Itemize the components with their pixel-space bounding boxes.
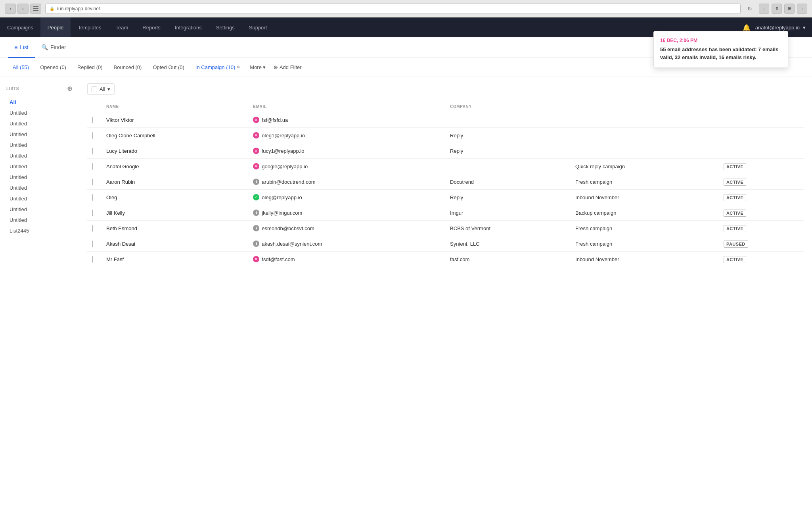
add-filter-plus-icon: ⊕ bbox=[274, 64, 278, 70]
row-email-8: ℹ akash.desai@synient.com bbox=[248, 236, 445, 252]
row-name-1[interactable]: Oleg Clone Campbell bbox=[102, 128, 248, 143]
email-status-icon-3: ✕ bbox=[253, 163, 259, 169]
row-name-2[interactable]: Lucy Literado bbox=[102, 143, 248, 159]
lock-icon: 🔒 bbox=[50, 6, 54, 11]
sidebar-item-5[interactable]: Untitled bbox=[6, 151, 73, 161]
sidebar-item-8[interactable]: Untitled bbox=[6, 183, 73, 193]
forward-button[interactable]: › bbox=[17, 4, 29, 14]
status-badge: ACTIVE bbox=[724, 179, 746, 186]
filter-tab-all[interactable]: All (55) bbox=[8, 63, 34, 72]
table-row: Anatol Google ✕ google@replyapp.io Quick… bbox=[87, 159, 804, 174]
th-email: EMAIL bbox=[248, 101, 445, 112]
row-checkbox-cell bbox=[87, 205, 102, 221]
row-campaign-5: Inbound November bbox=[571, 190, 719, 205]
new-tab-icon[interactable]: ⊞ bbox=[784, 4, 795, 14]
sidebar-item-7[interactable]: Untitled bbox=[6, 172, 73, 182]
table-row: Oleg ✓ oleg@replyapp.io Reply Inbound No… bbox=[87, 190, 804, 205]
row-checkbox-9[interactable] bbox=[92, 256, 93, 263]
sidebar-section-header: LISTS ⊕ bbox=[6, 85, 73, 92]
row-checkbox-2[interactable] bbox=[92, 148, 93, 154]
row-name-4[interactable]: Aaron Rubin bbox=[102, 174, 248, 190]
filter-tab-add[interactable]: ⊕ Add Filter bbox=[270, 63, 305, 72]
sidebar-item-4[interactable]: Untitled bbox=[6, 140, 73, 150]
nav-integrations[interactable]: Integrations bbox=[168, 17, 209, 37]
filter-tab-more[interactable]: More ▾ bbox=[247, 63, 269, 72]
sub-nav-list[interactable]: ≡ List bbox=[8, 37, 35, 58]
row-checkbox-0[interactable] bbox=[92, 117, 93, 123]
row-email-6: ℹ jkelly@imgur.com bbox=[248, 205, 445, 221]
row-checkbox-4[interactable] bbox=[92, 179, 93, 185]
nav-user[interactable]: 🔔 anatol@replyapp.io ▾ bbox=[736, 24, 812, 31]
row-status-1 bbox=[719, 128, 804, 143]
sidebar-item-3[interactable]: Untitled bbox=[6, 129, 73, 139]
back-button[interactable]: ‹ bbox=[5, 4, 16, 14]
row-name-9[interactable]: Mr Fasf bbox=[102, 252, 248, 267]
sidebar-item-all[interactable]: All bbox=[6, 97, 73, 107]
email-status-icon-9: ✕ bbox=[253, 256, 259, 262]
row-checkbox-7[interactable] bbox=[92, 225, 93, 232]
filter-tab-replied[interactable]: Replied (0) bbox=[73, 63, 107, 72]
status-badge: ACTIVE bbox=[724, 194, 746, 201]
row-checkbox-cell bbox=[87, 112, 102, 128]
row-status-9: ACTIVE bbox=[719, 252, 804, 267]
main-layout: LISTS ⊕ All Untitled Untitled Untitled U… bbox=[0, 77, 812, 506]
sidebar-item-9[interactable]: Untitled bbox=[6, 194, 73, 204]
row-campaign-2 bbox=[571, 143, 719, 159]
row-status-4: ACTIVE bbox=[719, 174, 804, 190]
filter-tab-in-campaign[interactable]: In Campaign (10) ✏ bbox=[191, 63, 245, 72]
sidebar-item-list2445[interactable]: List2445 bbox=[6, 226, 73, 236]
download-icon[interactable]: ↓ bbox=[759, 4, 769, 14]
row-name-8[interactable]: Akash Desai bbox=[102, 236, 248, 252]
nav-team[interactable]: Team bbox=[109, 17, 136, 37]
table-controls: All ▾ bbox=[87, 83, 804, 95]
sidebar-item-2[interactable]: Untitled bbox=[6, 119, 73, 129]
edit-filter-icon[interactable]: ✏ bbox=[237, 65, 240, 70]
filter-tab-opted-out[interactable]: Opted Out (0) bbox=[148, 63, 189, 72]
row-checkbox-3[interactable] bbox=[92, 163, 93, 170]
notification-bell-icon[interactable]: 🔔 bbox=[743, 24, 751, 31]
plus-icon[interactable]: + bbox=[797, 4, 807, 14]
row-status-7: ACTIVE bbox=[719, 221, 804, 236]
row-checkbox-5[interactable] bbox=[92, 194, 93, 201]
nav-user-chevron-icon: ▾ bbox=[803, 25, 806, 31]
sidebar-item-10[interactable]: Untitled bbox=[6, 204, 73, 214]
sidebar-toggle-button[interactable] bbox=[30, 4, 41, 14]
row-company-0 bbox=[445, 112, 571, 128]
row-name-3[interactable]: Anatol Google bbox=[102, 159, 248, 174]
row-checkbox-1[interactable] bbox=[92, 132, 93, 139]
nav-templates[interactable]: Templates bbox=[71, 17, 108, 37]
row-campaign-7: Fresh campaign bbox=[571, 221, 719, 236]
sidebar-item-6[interactable]: Untitled bbox=[6, 162, 73, 171]
filter-tab-opened[interactable]: Opened (0) bbox=[35, 63, 71, 72]
row-name-5[interactable]: Oleg bbox=[102, 190, 248, 205]
nav-support[interactable]: Support bbox=[242, 17, 274, 37]
add-list-button[interactable]: ⊕ bbox=[67, 85, 73, 92]
sub-nav-finder[interactable]: 🔍 Finder bbox=[35, 37, 73, 58]
row-checkbox-cell bbox=[87, 221, 102, 236]
people-table: NAME EMAIL COMPANY Viktor Viktor ✕ fsf@f… bbox=[87, 101, 804, 267]
select-all-checkbox[interactable] bbox=[92, 87, 97, 92]
nav-settings[interactable]: Settings bbox=[209, 17, 242, 37]
filter-tab-bounced[interactable]: Bounced (0) bbox=[109, 63, 147, 72]
row-checkbox-8[interactable] bbox=[92, 241, 93, 247]
url-bar[interactable]: 🔒 run.replyapp-dev.net bbox=[45, 4, 741, 14]
select-all-button[interactable]: All ▾ bbox=[87, 83, 115, 95]
nav-campaigns[interactable]: Campaigns bbox=[0, 17, 40, 37]
nav-reports[interactable]: Reports bbox=[135, 17, 168, 37]
sidebar-item-11[interactable]: Untitled bbox=[6, 215, 73, 225]
share-icon[interactable]: ⬆ bbox=[772, 4, 782, 14]
status-badge: ACTIVE bbox=[724, 225, 746, 232]
row-name-7[interactable]: Beth Esmond bbox=[102, 221, 248, 236]
email-status-icon-1: ✕ bbox=[253, 132, 259, 139]
reload-button[interactable]: ↻ bbox=[745, 4, 755, 14]
row-name-0[interactable]: Viktor Viktor bbox=[102, 112, 248, 128]
row-company-8: Synient, LLC bbox=[445, 236, 571, 252]
email-status-icon-5: ✓ bbox=[253, 194, 259, 200]
row-name-6[interactable]: Jill Kelly bbox=[102, 205, 248, 221]
table-area: All ▾ NAME EMAIL COMPANY bbox=[79, 77, 812, 506]
notification-popup: 16 DEC, 2:06 PM 55 email addresses has b… bbox=[653, 31, 788, 68]
th-name: NAME bbox=[102, 101, 248, 112]
row-checkbox-6[interactable] bbox=[92, 210, 93, 216]
sidebar-item-1[interactable]: Untitled bbox=[6, 108, 73, 118]
nav-people[interactable]: People bbox=[40, 17, 71, 37]
